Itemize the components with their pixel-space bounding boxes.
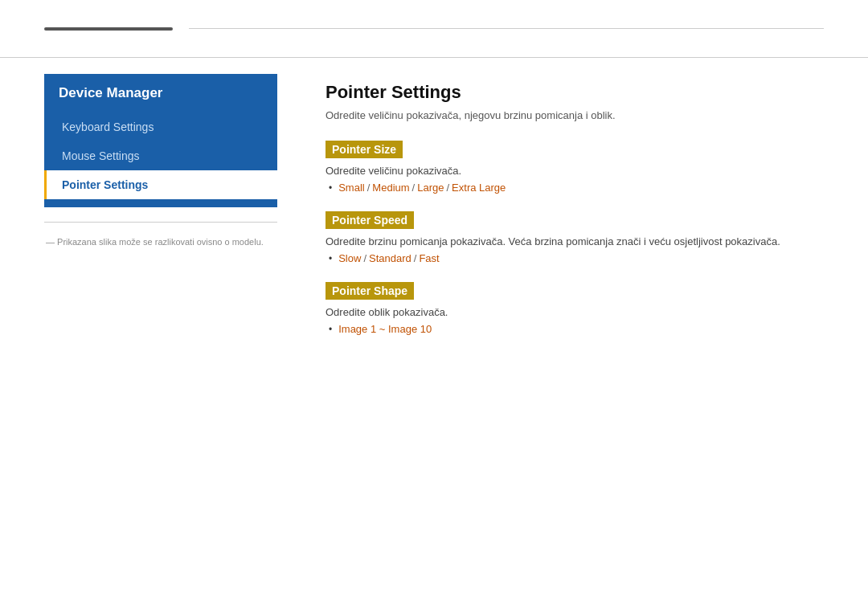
option-image-range[interactable]: Image 1 ~ Image 10	[338, 323, 432, 335]
section-heading-pointer-speed: Pointer Speed	[326, 211, 414, 229]
section-options-pointer-size: • Small / Medium / Large / Extra Large	[326, 182, 824, 194]
section-pointer-shape: Pointer Shape Odredite oblik pokazivača.…	[326, 282, 824, 335]
section-desc-pointer-size: Odredite veličinu pokazivača.	[326, 165, 824, 177]
top-bar-divider	[189, 28, 824, 29]
sidebar-title: Device Manager	[44, 74, 277, 112]
page-subtitle: Odredite veličinu pokazivača, njegovu br…	[326, 109, 824, 121]
sidebar-divider: — Prikazana slika može se razlikovati ov…	[44, 222, 277, 247]
option-slow[interactable]: Slow	[338, 252, 361, 264]
option-medium[interactable]: Medium	[372, 182, 409, 194]
bullet-pointer-speed: •	[329, 253, 332, 264]
sidebar-item-mouse-settings[interactable]: Mouse Settings	[44, 141, 277, 170]
sidebar: Device Manager Keyboard Settings Mouse S…	[44, 74, 277, 353]
option-fast[interactable]: Fast	[419, 252, 439, 264]
sidebar-item-keyboard-settings[interactable]: Keyboard Settings	[44, 112, 277, 141]
section-pointer-size: Pointer Size Odredite veličinu pokazivač…	[326, 141, 824, 194]
section-heading-pointer-size: Pointer Size	[326, 141, 403, 158]
main-layout: Device Manager Keyboard Settings Mouse S…	[0, 58, 868, 369]
section-heading-pointer-shape: Pointer Shape	[326, 282, 414, 300]
top-bar	[0, 0, 868, 58]
option-small[interactable]: Small	[338, 182, 365, 194]
sidebar-item-pointer-settings[interactable]: Pointer Settings	[44, 170, 277, 199]
top-bar-accent-line	[44, 27, 173, 31]
page-title: Pointer Settings	[326, 82, 824, 103]
section-pointer-speed: Pointer Speed Odredite brzinu pomicanja …	[326, 211, 824, 264]
section-desc-pointer-speed: Odredite brzinu pomicanja pokazivača. Ve…	[326, 235, 824, 247]
section-desc-pointer-shape: Odredite oblik pokazivača.	[326, 306, 824, 318]
option-large[interactable]: Large	[417, 182, 444, 194]
content-area: Pointer Settings Odredite veličinu pokaz…	[326, 74, 824, 353]
bullet-pointer-size: •	[329, 182, 332, 194]
section-options-pointer-shape: • Image 1 ~ Image 10	[326, 323, 824, 335]
option-standard[interactable]: Standard	[369, 252, 411, 264]
option-extra-large[interactable]: Extra Large	[452, 182, 506, 194]
sidebar-note: — Prikazana slika može se razlikovati ov…	[44, 237, 277, 247]
section-options-pointer-speed: • Slow / Standard / Fast	[326, 252, 824, 264]
bullet-pointer-shape: •	[329, 324, 332, 335]
sidebar-nav: Device Manager Keyboard Settings Mouse S…	[44, 74, 277, 207]
